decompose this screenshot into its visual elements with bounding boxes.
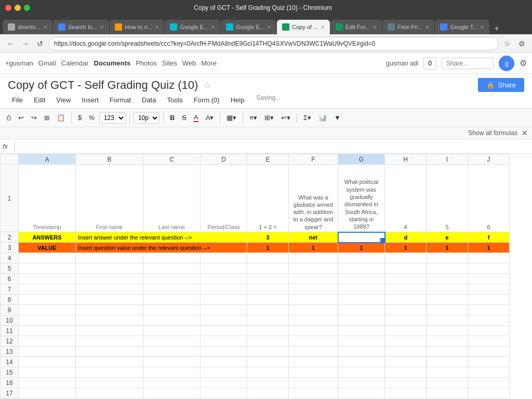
cell-i3[interactable]: 1: [427, 243, 468, 253]
redo-button[interactable]: ↪: [29, 112, 39, 123]
close-formulas-button[interactable]: ✕: [522, 129, 528, 137]
tab-close-free[interactable]: ✕: [425, 24, 429, 30]
tab-close-google-e2[interactable]: ✕: [267, 24, 271, 30]
row-header-1[interactable]: 1: [1, 165, 19, 232]
cell-a3[interactable]: VALUE: [19, 243, 76, 253]
wrap-button[interactable]: ↵▾: [278, 112, 293, 123]
tab-close-google-e1[interactable]: ✕: [211, 24, 215, 30]
photos-link[interactable]: Photos: [136, 59, 156, 67]
tab-copy-of[interactable]: Copy of ... ✕: [277, 20, 330, 34]
row-header-14[interactable]: 14: [1, 357, 19, 367]
print-button[interactable]: ⎙: [4, 112, 14, 123]
tab-close-copy[interactable]: ✕: [321, 24, 325, 30]
col-header-a[interactable]: A: [19, 154, 76, 165]
row-header-6[interactable]: 6: [1, 274, 19, 284]
cell-c4[interactable]: [143, 253, 201, 263]
row-header-4[interactable]: 4: [1, 253, 19, 263]
cell-g4[interactable]: [338, 253, 385, 263]
cell-i2[interactable]: e: [427, 232, 468, 243]
tab-edit-form[interactable]: Edit For... ✕: [330, 20, 382, 34]
font-color-button[interactable]: A: [191, 112, 201, 124]
maximize-button[interactable]: [24, 5, 30, 11]
bookmark-button[interactable]: ☆: [501, 38, 513, 49]
cell-j2[interactable]: f: [468, 232, 510, 243]
bold-button[interactable]: B: [167, 112, 177, 123]
strikethrough-button[interactable]: S: [179, 112, 189, 123]
align-button[interactable]: ≡▾: [247, 112, 260, 123]
documents-link[interactable]: Documents: [94, 59, 131, 67]
col-header-f[interactable]: F: [289, 154, 338, 165]
col-header-i[interactable]: I: [427, 154, 468, 165]
url-bar[interactable]: [48, 37, 499, 50]
show-all-formulas-button[interactable]: Show all formulas: [464, 128, 522, 138]
format-select[interactable]: 123: [99, 112, 126, 124]
cell-e4[interactable]: [247, 253, 289, 263]
row-header-17[interactable]: 17: [1, 388, 19, 398]
calendar-link[interactable]: Calendar: [61, 59, 89, 67]
tab-how-to[interactable]: How to n... ✕: [110, 20, 164, 34]
share-button[interactable]: 🔒 Share: [478, 78, 524, 92]
cell-j3[interactable]: 1: [468, 243, 510, 253]
cell-f3[interactable]: 1: [289, 243, 338, 253]
notifications-button[interactable]: 0: [423, 57, 436, 70]
menu-data[interactable]: Data: [138, 94, 160, 106]
menu-insert[interactable]: Insert: [77, 94, 103, 106]
cell-i1[interactable]: 5: [427, 165, 468, 232]
menu-edit[interactable]: Edit: [30, 94, 49, 106]
row-header-9[interactable]: 9: [1, 305, 19, 315]
cell-b2[interactable]: Insert answer under the relevant questio…: [76, 232, 247, 243]
menu-form[interactable]: Form (0): [190, 94, 224, 106]
undo-button[interactable]: ↩: [16, 112, 26, 123]
col-header-j[interactable]: J: [468, 154, 510, 165]
reload-button[interactable]: ↺: [34, 38, 46, 49]
cell-f1[interactable]: What was a gladiator armed with, in addi…: [289, 165, 338, 232]
row-header-3[interactable]: 3: [1, 243, 19, 253]
menu-view[interactable]: View: [52, 94, 75, 106]
cell-e2[interactable]: 3: [247, 232, 289, 243]
cell-h1[interactable]: 4: [385, 165, 427, 232]
more-formats-button[interactable]: ▤: [42, 113, 52, 123]
col-header-c[interactable]: C: [143, 154, 201, 165]
cell-f2[interactable]: net: [289, 232, 338, 243]
highlight-button[interactable]: A▾: [203, 112, 217, 123]
menu-help[interactable]: Help: [227, 94, 249, 106]
cell-b4[interactable]: [76, 253, 143, 263]
cell-a2[interactable]: ANSWERS: [19, 232, 76, 243]
menu-file[interactable]: File: [8, 94, 27, 106]
chart-button[interactable]: 📊: [316, 112, 329, 123]
cell-g3[interactable]: 1: [338, 243, 385, 253]
cell-h3[interactable]: 1: [385, 243, 427, 253]
row-header-5[interactable]: 5: [1, 263, 19, 274]
cell-h4[interactable]: [385, 253, 427, 263]
col-header-d[interactable]: D: [201, 154, 247, 165]
currency-button[interactable]: $: [75, 112, 84, 123]
row-header-2[interactable]: 2: [1, 232, 19, 243]
tab-close-google-t[interactable]: ✕: [480, 24, 484, 30]
row-header-7[interactable]: 7: [1, 284, 19, 295]
filter-button[interactable]: ▼: [331, 112, 343, 123]
cell-a4[interactable]: [19, 253, 76, 263]
valign-button[interactable]: ⊞▾: [262, 112, 276, 123]
tab-google-t[interactable]: Google T... ✕: [435, 20, 489, 34]
menu-format[interactable]: Format: [105, 94, 135, 106]
cell-e1[interactable]: 1 + 2 =: [247, 165, 289, 232]
tab-close-howto[interactable]: ✕: [155, 24, 159, 30]
tab-close-edit[interactable]: ✕: [373, 24, 377, 30]
cell-g2[interactable]: [338, 232, 385, 243]
row-header-12[interactable]: 12: [1, 336, 19, 347]
sum-button[interactable]: Σ▾: [301, 112, 314, 123]
minimize-button[interactable]: [15, 5, 21, 11]
row-header-8[interactable]: 8: [1, 295, 19, 305]
cell-j1[interactable]: 6: [468, 165, 510, 232]
percent-button[interactable]: %: [86, 113, 97, 123]
row-header-16[interactable]: 16: [1, 378, 19, 388]
spreadsheet-grid[interactable]: A B C D E F G H I J 1 Timestamp First n: [0, 154, 532, 399]
web-link[interactable]: Web: [182, 59, 196, 67]
cell-c1[interactable]: Last name: [143, 165, 201, 232]
cell-i4[interactable]: [427, 253, 468, 263]
cell-e3[interactable]: 1: [247, 243, 289, 253]
settings-gear-icon[interactable]: ⚙: [520, 58, 527, 68]
settings-button[interactable]: ⚙: [516, 38, 528, 49]
more-link[interactable]: More: [201, 59, 217, 67]
tab-close-download[interactable]: ✕: [43, 24, 47, 30]
